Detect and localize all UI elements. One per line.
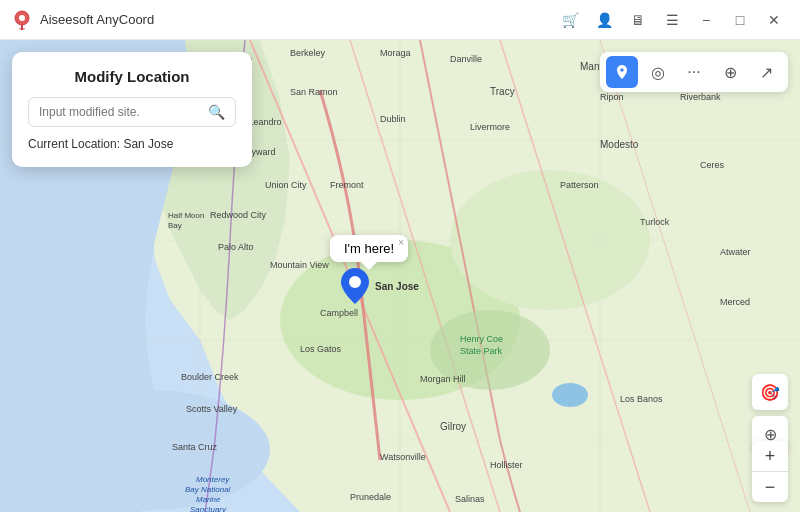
svg-text:Danville: Danville xyxy=(450,54,482,64)
current-location-display: Current Location: San Jose xyxy=(28,137,236,151)
svg-point-71 xyxy=(349,276,361,288)
svg-text:San Jose: San Jose xyxy=(375,281,419,292)
search-input[interactable] xyxy=(39,105,202,119)
svg-text:Santa Cruz: Santa Cruz xyxy=(172,442,218,452)
svg-text:Gilroy: Gilroy xyxy=(440,421,466,432)
svg-text:Union City: Union City xyxy=(265,180,307,190)
svg-text:Boulder Creek: Boulder Creek xyxy=(181,372,239,382)
svg-text:Mountain View: Mountain View xyxy=(270,260,329,270)
svg-text:Hollister: Hollister xyxy=(490,460,523,470)
svg-point-1 xyxy=(19,15,25,21)
svg-text:Berkeley: Berkeley xyxy=(290,48,326,58)
svg-text:Half Moon: Half Moon xyxy=(168,211,204,220)
cart-button[interactable]: 🛒 xyxy=(556,6,584,34)
svg-text:Sanctuary: Sanctuary xyxy=(190,505,227,512)
toolbar-export-button[interactable]: ↗ xyxy=(750,56,782,88)
panel-title: Modify Location xyxy=(28,68,236,85)
app-title: Aiseesoft AnyCoord xyxy=(40,12,154,27)
minimize-button[interactable]: − xyxy=(692,6,720,34)
svg-text:Marine: Marine xyxy=(196,495,221,504)
svg-text:Merced: Merced xyxy=(720,297,750,307)
svg-text:Ripon: Ripon xyxy=(600,92,624,102)
svg-text:San Ramon: San Ramon xyxy=(290,87,338,97)
svg-text:Redwood City: Redwood City xyxy=(210,210,267,220)
svg-text:Riverbank: Riverbank xyxy=(680,92,721,102)
zoom-out-button[interactable]: − xyxy=(752,472,788,502)
svg-text:Turlock: Turlock xyxy=(640,217,670,227)
toolbar-target-button[interactable]: ◎ xyxy=(642,56,674,88)
main-area: Sausalito Berkeley Moraga Danville Mante… xyxy=(0,40,800,512)
svg-text:Bay National: Bay National xyxy=(185,485,231,494)
titlebar-left: Aiseesoft AnyCoord xyxy=(12,10,154,30)
zoom-in-button[interactable]: + xyxy=(752,441,788,471)
svg-text:Watsonville: Watsonville xyxy=(380,452,426,462)
svg-text:Fremont: Fremont xyxy=(330,180,364,190)
map-toolbar: ◎ ··· ⊕ ↗ xyxy=(600,52,788,92)
svg-text:Moraga: Moraga xyxy=(380,48,411,58)
svg-text:Livermore: Livermore xyxy=(470,122,510,132)
maximize-button[interactable]: □ xyxy=(726,6,754,34)
svg-text:Los Banos: Los Banos xyxy=(620,394,663,404)
svg-text:Atwater: Atwater xyxy=(720,247,751,257)
svg-point-23 xyxy=(552,383,588,407)
svg-text:Morgan Hill: Morgan Hill xyxy=(420,374,466,384)
monitor-button[interactable]: 🖥 xyxy=(624,6,652,34)
titlebar-controls: 🛒 👤 🖥 ☰ − □ ✕ xyxy=(556,6,788,34)
svg-text:Ceres: Ceres xyxy=(700,160,725,170)
toolbar-location-button[interactable] xyxy=(606,56,638,88)
user-button[interactable]: 👤 xyxy=(590,6,618,34)
search-box: 🔍 xyxy=(28,97,236,127)
app-logo-icon xyxy=(12,10,32,30)
popup-text: I'm here! xyxy=(344,241,394,256)
popup-close-button[interactable]: × xyxy=(398,237,404,248)
svg-text:Patterson: Patterson xyxy=(560,180,599,190)
svg-text:Modesto: Modesto xyxy=(600,139,639,150)
svg-text:Henry Coe: Henry Coe xyxy=(460,334,503,344)
svg-text:Tracy: Tracy xyxy=(490,86,515,97)
location-pin-icon xyxy=(341,268,369,311)
titlebar: Aiseesoft AnyCoord 🛒 👤 🖥 ☰ − □ ✕ xyxy=(0,0,800,40)
location-popup: × I'm here! xyxy=(330,235,408,262)
close-button[interactable]: ✕ xyxy=(760,6,788,34)
zoom-controls: + − xyxy=(752,441,788,502)
svg-text:Monterey: Monterey xyxy=(196,475,230,484)
svg-text:State Park: State Park xyxy=(460,346,503,356)
svg-text:Palo Alto: Palo Alto xyxy=(218,242,254,252)
svg-text:Bay: Bay xyxy=(168,221,182,230)
location-target-button[interactable]: 🎯 xyxy=(752,374,788,410)
svg-text:Los Gatos: Los Gatos xyxy=(300,344,342,354)
toolbar-crosshair-button[interactable]: ⊕ xyxy=(714,56,746,88)
toolbar-dots-button[interactable]: ··· xyxy=(678,56,710,88)
search-icon[interactable]: 🔍 xyxy=(208,104,225,120)
svg-text:Scotts Valley: Scotts Valley xyxy=(186,404,238,414)
modify-location-panel: Modify Location 🔍 Current Location: San … xyxy=(12,52,252,167)
svg-text:Prunedale: Prunedale xyxy=(350,492,391,502)
svg-text:Salinas: Salinas xyxy=(455,494,485,504)
svg-text:Dublin: Dublin xyxy=(380,114,406,124)
menu-button[interactable]: ☰ xyxy=(658,6,686,34)
